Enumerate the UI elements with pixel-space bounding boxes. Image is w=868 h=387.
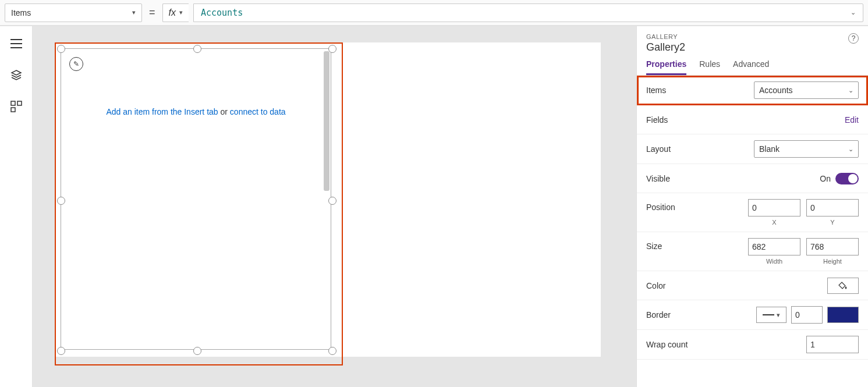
apps-icon[interactable]	[9, 100, 23, 113]
visible-state: On	[820, 174, 831, 183]
color-picker[interactable]	[827, 278, 859, 294]
prop-fields: Fields Edit	[637, 105, 868, 134]
wrap-count-input[interactable]: 1	[806, 336, 859, 353]
resize-handle[interactable]	[57, 347, 65, 355]
size-height-input[interactable]: 768	[806, 238, 859, 255]
properties-panel: GALLERY Gallery2 ? Properties Rules Adva…	[636, 26, 868, 387]
prop-visible-label: Visible	[646, 174, 670, 183]
resize-handle[interactable]	[328, 45, 336, 53]
connect-data-link[interactable]: connect to data	[230, 107, 286, 116]
items-value: Accounts	[759, 86, 793, 95]
prop-wrap-label: Wrap count	[646, 340, 688, 349]
chevron-down-icon: ▾	[132, 9, 136, 16]
formula-value: Accounts	[201, 8, 243, 18]
prop-items-label: Items	[646, 86, 666, 95]
panel-tabs: Properties Rules Advanced	[637, 54, 868, 76]
prop-wrap-count: Wrap count 1	[637, 330, 868, 360]
layers-icon[interactable]	[9, 68, 23, 82]
chevron-down-icon: ▾	[777, 311, 780, 319]
size-width-sub: Width	[766, 258, 782, 265]
prop-size-label: Size	[646, 238, 662, 251]
prop-layout: Layout Blank ⌄	[637, 134, 868, 164]
resize-handle[interactable]	[328, 347, 336, 355]
canvas-page: ✎ Add an item from the Insert tab or con…	[55, 42, 601, 357]
paint-bucket-icon	[838, 281, 848, 290]
fx-icon: fx	[169, 8, 176, 18]
canvas[interactable]: ✎ Add an item from the Insert tab or con…	[33, 26, 636, 387]
chevron-down-icon: ⌄	[848, 145, 853, 153]
main: ✎ Add an item from the Insert tab or con…	[0, 26, 868, 387]
tab-properties[interactable]: Properties	[646, 59, 686, 75]
resize-handle[interactable]	[193, 347, 201, 355]
chevron-down-icon: ⌄	[851, 9, 856, 16]
tab-advanced[interactable]: Advanced	[733, 59, 769, 75]
property-selector[interactable]: Items ▾	[5, 3, 142, 22]
fields-edit-link[interactable]: Edit	[845, 115, 859, 125]
help-icon[interactable]: ?	[848, 33, 859, 44]
prop-position: Position 0 X 0 Y	[637, 193, 868, 232]
chevron-down-icon: ⌄	[848, 87, 853, 94]
layout-value: Blank	[759, 144, 780, 154]
items-dropdown[interactable]: Accounts ⌄	[754, 81, 859, 99]
prop-border-label: Border	[646, 310, 671, 319]
position-y-input[interactable]: 0	[806, 199, 859, 216]
prop-color: Color	[637, 271, 868, 300]
visible-toggle[interactable]	[835, 173, 859, 184]
tree-view-icon[interactable]	[9, 37, 23, 51]
formula-input[interactable]: Accounts ⌄	[193, 3, 863, 22]
prop-fields-label: Fields	[646, 115, 668, 125]
prop-color-label: Color	[646, 281, 665, 290]
prop-border: Border ▾ 0	[637, 300, 868, 330]
panel-name: Gallery2	[646, 41, 685, 54]
prop-layout-label: Layout	[646, 144, 671, 154]
edit-pencil-icon[interactable]: ✎	[69, 57, 83, 71]
panel-type: GALLERY	[646, 33, 685, 40]
prop-items: Items Accounts ⌄	[637, 76, 868, 105]
size-height-sub: Height	[823, 258, 842, 265]
prop-position-label: Position	[646, 199, 675, 212]
svg-rect-0	[11, 101, 15, 105]
resize-handle[interactable]	[57, 197, 65, 205]
hint-or: or	[218, 107, 230, 116]
svg-rect-1	[17, 101, 22, 105]
resize-handle[interactable]	[193, 45, 201, 53]
gallery-scrollbar[interactable]	[324, 51, 330, 191]
chevron-down-icon: ▾	[179, 9, 183, 16]
resize-handle[interactable]	[57, 45, 65, 53]
prop-visible: Visible On	[637, 164, 868, 193]
border-color-swatch[interactable]	[827, 307, 859, 323]
formula-bar: Items ▾ = fx ▾ Accounts ⌄	[0, 0, 868, 26]
property-selector-value: Items	[11, 8, 31, 17]
position-x-input[interactable]: 0	[748, 199, 800, 216]
resize-handle[interactable]	[328, 197, 336, 205]
layout-dropdown[interactable]: Blank ⌄	[754, 140, 859, 158]
border-style-select[interactable]: ▾	[756, 307, 786, 323]
insert-tab-link[interactable]: Add an item from the Insert tab	[106, 107, 218, 116]
border-width-input[interactable]: 0	[791, 306, 823, 324]
gallery-control[interactable]: ✎ Add an item from the Insert tab or con…	[61, 48, 331, 350]
position-x-sub: X	[772, 219, 776, 226]
prop-size: Size 682 Width 768 Height	[637, 232, 868, 271]
left-rail	[0, 26, 33, 387]
equals-sign: =	[147, 6, 158, 19]
fx-menu[interactable]: fx ▾	[162, 3, 189, 22]
svg-rect-2	[11, 108, 15, 112]
gallery-empty-hint: Add an item from the Insert tab or conne…	[61, 107, 331, 116]
tab-rules[interactable]: Rules	[699, 59, 720, 75]
position-y-sub: Y	[830, 219, 834, 226]
size-width-input[interactable]: 682	[748, 238, 800, 255]
